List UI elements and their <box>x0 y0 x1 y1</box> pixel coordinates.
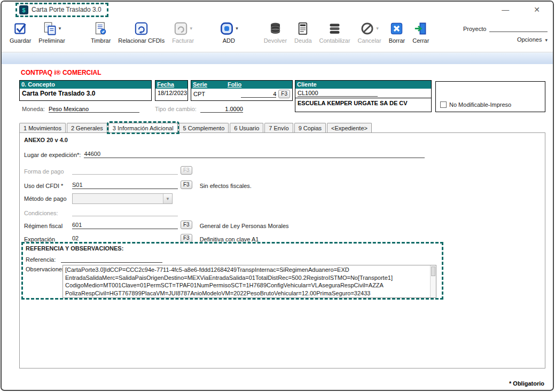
regimen-description: General de Ley Personas Morales <box>200 223 289 229</box>
stamp-document-icon <box>93 21 108 36</box>
uso-cfdi-f3-button[interactable]: F3 <box>181 181 192 189</box>
regimen-fiscal-input[interactable]: 601 <box>72 222 178 229</box>
cancelar-button: ▾ Cancelar <box>356 19 383 45</box>
button-label: Guardar <box>10 37 31 44</box>
moneda-value[interactable]: Peso Mexicano <box>49 106 139 113</box>
timbrar-button[interactable]: Timbrar <box>89 19 112 45</box>
uso-cfdi-description: Sin efectos fiscales. <box>200 183 252 189</box>
obligatorio-note: * Obligatorio <box>509 380 544 387</box>
tab-strip: 1 Movimientos 2 Generales 3 Información … <box>19 121 553 132</box>
uso-cfdi-input[interactable]: S01 <box>72 182 178 189</box>
delete-x-icon <box>389 21 404 36</box>
tab-copias[interactable]: 9 Copias <box>294 123 326 132</box>
window-title: Carta Porte Traslado 3.0 <box>32 6 101 13</box>
tab-informacion-adicional[interactable]: 3 Información Adicional <box>108 123 178 132</box>
scrollbar-thumb[interactable] <box>431 266 435 276</box>
tipo-cambio-value[interactable]: 1.0000 <box>200 106 243 113</box>
toolbar-right-panel: Proyecto Opciones ▾ <box>463 19 548 43</box>
forma-pago-label: Forma de pago <box>24 168 72 175</box>
document-header: 0. Concepto Carta Porte Traslado 3.0 Fec… <box>2 78 553 121</box>
tab-generales[interactable]: 2 Generales <box>67 123 107 132</box>
barrel-stack-icon <box>268 21 283 36</box>
minimize-button[interactable]: — <box>502 5 509 14</box>
invoice-refresh-icon <box>174 21 188 36</box>
concepto-header: 0. Concepto <box>21 81 55 89</box>
folio-header: Folio <box>228 81 241 89</box>
button-label: Timbrar <box>91 37 111 44</box>
checkbox-icon[interactable] <box>440 101 447 108</box>
add-database-icon <box>220 21 234 36</box>
observaciones-scrollbar[interactable] <box>430 265 436 297</box>
title-bar: $ Carta Porte Traslado 3.0 — ✕ <box>2 2 553 18</box>
cerrar-button[interactable]: Cerrar <box>411 19 431 45</box>
dropdown-arrow-icon[interactable]: ▾ <box>59 26 61 31</box>
opciones-label: Opciones <box>517 36 542 43</box>
lugar-expedicion-input[interactable]: 44600 <box>84 151 425 158</box>
serie-header: Serie <box>193 81 207 89</box>
folio-f3-button[interactable]: F3 <box>278 90 290 98</box>
prohibition-icon <box>360 21 374 36</box>
preliminar-button[interactable]: ▾ Preliminar <box>37 19 67 45</box>
preview-document-icon <box>43 21 57 36</box>
chevron-down-icon: ▼ <box>163 194 172 203</box>
ledger-document-icon <box>296 21 310 36</box>
concepto-value[interactable]: Carta Porte Traslado 3.0 <box>20 89 151 98</box>
proyecto-label: Proyecto <box>463 26 486 32</box>
guardar-button[interactable]: Guardar <box>8 19 33 45</box>
exportacion-f3-button[interactable]: F3 <box>181 234 192 242</box>
metodo-pago-select: ▼ <box>72 193 173 204</box>
cliente-box: Cliente CL1000 ESCUELA KEMPER URGATE SA … <box>295 80 432 112</box>
relacionar-cfdis-button[interactable]: Relacionar CFDIs <box>116 19 166 45</box>
regimen-fiscal-label: Régimen fiscal <box>24 223 72 229</box>
observaciones-textarea[interactable]: [CartaPorte3.0]IdCCP=CCC2c94e-7711-4fc5-… <box>62 265 436 298</box>
proyecto-input[interactable] <box>489 26 548 32</box>
dropdown-arrow-icon: ▾ <box>190 26 192 31</box>
cliente-code-input[interactable]: CL1000 <box>298 90 378 97</box>
folio-value[interactable]: 4 <box>241 91 276 98</box>
forma-pago-input <box>72 167 178 175</box>
uso-cfdi-label: Uso del CFDI * <box>24 183 72 189</box>
tab-usuario[interactable]: 6 Usuario <box>230 123 263 132</box>
referencia-section-title: REFERENCIA Y OBSERVACIONES: <box>26 245 123 252</box>
metodo-pago-value <box>73 194 163 203</box>
observaciones-text[interactable]: [CartaPorte3.0]IdCCP=CCC2c94e-7711-4fc5-… <box>63 265 430 297</box>
button-label: Preliminar <box>38 37 65 44</box>
close-button[interactable]: ✕ <box>534 5 540 14</box>
anexo-section-title: ANEXO 20 v 4.0 <box>24 137 68 143</box>
stacked-ledgers-icon <box>327 21 342 36</box>
tab-envio[interactable]: 7 Envío <box>264 123 293 132</box>
link-refresh-icon <box>134 21 148 36</box>
regimen-f3-button[interactable]: F3 <box>181 221 192 229</box>
facturar-button: ▾ Facturar <box>170 19 196 45</box>
save-check-icon <box>13 21 28 36</box>
referencia-observaciones-section: REFERENCIA Y OBSERVACIONES: Referencia: … <box>21 242 443 300</box>
button-label: ADD <box>223 37 235 44</box>
button-label: Facturar <box>172 37 194 44</box>
no-modificable-label: No Modificable-Impreso <box>449 101 511 108</box>
metodo-pago-label: Método de pago <box>24 195 72 202</box>
serie-value[interactable]: CPT <box>193 91 205 97</box>
document-caption-strip <box>2 52 553 64</box>
tab-complemento[interactable]: 5 Complemento <box>179 123 229 132</box>
button-label: Contabilizar <box>319 37 350 44</box>
add-button[interactable]: ▾ ADD <box>218 19 240 45</box>
tipo-cambio-label: Tipo de cambio: <box>155 106 197 112</box>
opciones-dropdown[interactable]: Opciones ▾ <box>463 36 548 43</box>
button-label: Borrar <box>389 37 405 44</box>
tab-expediente[interactable]: <Expediente> <box>327 123 372 132</box>
tab-movimientos[interactable]: 1 Movimientos <box>19 123 66 132</box>
dropdown-arrow-icon[interactable]: ▾ <box>236 26 238 31</box>
referencia-input[interactable] <box>61 255 162 263</box>
no-modificable-checkbox-row[interactable]: No Modificable-Impreso <box>440 101 511 108</box>
cliente-header: Cliente <box>297 81 317 89</box>
exportacion-input[interactable]: 02 <box>72 235 178 242</box>
button-label: Deuda <box>294 37 311 44</box>
options-box: No Modificable-Impreso <box>435 81 545 112</box>
button-label: Devolver <box>264 37 287 44</box>
svg-text:$: $ <box>22 6 25 13</box>
button-label: Cancelar <box>358 37 381 44</box>
condiciones-input <box>72 209 178 216</box>
cliente-name: ESCUELA KEMPER URGATE SA DE CV <box>295 98 431 108</box>
borrar-button[interactable]: Borrar <box>387 19 407 45</box>
fecha-value[interactable]: 18/12/2023 <box>155 89 187 97</box>
